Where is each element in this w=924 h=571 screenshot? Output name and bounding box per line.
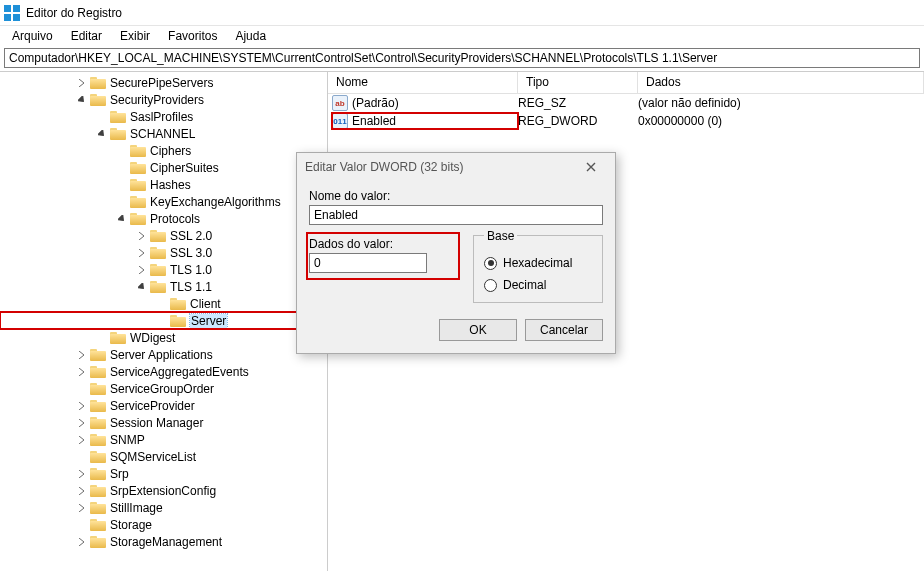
menu-favorites[interactable]: Favoritos <box>160 27 225 45</box>
chevron-down-icon[interactable] <box>96 128 108 140</box>
chevron-right-icon[interactable] <box>76 77 88 89</box>
radio-hex-icon[interactable] <box>484 257 497 270</box>
tree-label: Ciphers <box>150 144 191 158</box>
value-data-input[interactable] <box>309 253 427 273</box>
tree-panel[interactable]: SecurePipeServers SecurityProviders Sasl… <box>0 72 328 571</box>
radio-hex[interactable]: Hexadecimal <box>484 254 592 272</box>
tree-item[interactable]: SCHANNEL <box>0 125 327 142</box>
tree-item[interactable]: Client <box>0 295 327 312</box>
window-title: Editor do Registro <box>26 6 122 20</box>
folder-icon <box>110 332 126 344</box>
menu-file[interactable]: Arquivo <box>4 27 61 45</box>
tree-label: ServiceGroupOrder <box>110 382 214 396</box>
tree-item[interactable]: ServiceProvider <box>0 397 327 414</box>
folder-icon <box>130 213 146 225</box>
folder-icon <box>90 502 106 514</box>
tree-label: Client <box>190 297 221 311</box>
chevron-right-icon[interactable] <box>76 349 88 361</box>
chevron-right-icon[interactable] <box>76 536 88 548</box>
folder-icon <box>90 366 106 378</box>
menu-edit[interactable]: Editar <box>63 27 110 45</box>
name-label: Nome do valor: <box>309 189 603 203</box>
chevron-right-icon[interactable] <box>136 230 148 242</box>
tree-item[interactable]: ServiceAggregatedEvents <box>0 363 327 380</box>
data-value-group: Dados do valor: <box>309 235 457 277</box>
tree-item[interactable]: WDigest <box>0 329 327 346</box>
tree-item[interactable]: SQMServiceList <box>0 448 327 465</box>
tree-item[interactable]: TLS 1.0 <box>0 261 327 278</box>
chevron-right-icon[interactable] <box>136 247 148 259</box>
folder-icon <box>90 451 106 463</box>
folder-icon <box>90 536 106 548</box>
tree-item[interactable]: SecurityProviders <box>0 91 327 108</box>
folder-icon <box>170 298 186 310</box>
tree-item[interactable]: Protocols <box>0 210 327 227</box>
chevron-right-icon[interactable] <box>76 502 88 514</box>
list-row-enabled[interactable]: 011 Enabled REG_DWORD 0x00000000 (0) <box>328 112 924 130</box>
tree-item[interactable]: Storage <box>0 516 327 533</box>
base-legend: Base <box>484 229 517 243</box>
tree-item[interactable]: SrpExtensionConfig <box>0 482 327 499</box>
chevron-right-icon[interactable] <box>76 400 88 412</box>
col-data[interactable]: Dados <box>638 72 924 93</box>
tree-item[interactable]: SNMP <box>0 431 327 448</box>
value-name-input[interactable] <box>309 205 603 225</box>
tree-item[interactable]: StillImage <box>0 499 327 516</box>
cancel-button[interactable]: Cancelar <box>525 319 603 341</box>
chevron-right-icon[interactable] <box>76 485 88 497</box>
folder-icon <box>150 281 166 293</box>
chevron-down-icon[interactable] <box>116 213 128 225</box>
tree-item-server[interactable]: Server <box>0 312 327 329</box>
tree-label: SCHANNEL <box>130 127 195 141</box>
chevron-down-icon[interactable] <box>76 94 88 106</box>
tree-item[interactable]: Srp <box>0 465 327 482</box>
menu-help[interactable]: Ajuda <box>227 27 274 45</box>
radio-hex-label: Hexadecimal <box>503 256 572 270</box>
folder-icon <box>110 128 126 140</box>
col-name[interactable]: Nome <box>328 72 518 93</box>
tree-label: StillImage <box>110 501 163 515</box>
address-bar[interactable]: Computador\HKEY_LOCAL_MACHINE\SYSTEM\Cur… <box>4 48 920 68</box>
tree-label: Server Applications <box>110 348 213 362</box>
chevron-right-icon[interactable] <box>76 468 88 480</box>
folder-icon <box>130 145 146 157</box>
radio-dec[interactable]: Decimal <box>484 276 592 294</box>
folder-icon <box>90 468 106 480</box>
folder-icon <box>90 519 106 531</box>
tree-item[interactable]: SaslProfiles <box>0 108 327 125</box>
close-icon[interactable] <box>575 157 607 177</box>
chevron-down-icon[interactable] <box>136 281 148 293</box>
menu-view[interactable]: Exibir <box>112 27 158 45</box>
tree-item[interactable]: SSL 3.0 <box>0 244 327 261</box>
tree-item[interactable]: CipherSuites <box>0 159 327 176</box>
folder-icon <box>110 111 126 123</box>
value-type: REG_DWORD <box>518 114 638 128</box>
col-type[interactable]: Tipo <box>518 72 638 93</box>
tree-item[interactable]: TLS 1.1 <box>0 278 327 295</box>
dialog-titlebar[interactable]: Editar Valor DWORD (32 bits) <box>297 153 615 181</box>
tree-label: SecurePipeServers <box>110 76 213 90</box>
dialog-title: Editar Valor DWORD (32 bits) <box>305 160 463 174</box>
tree-item[interactable]: Hashes <box>0 176 327 193</box>
tree-item[interactable]: Server Applications <box>0 346 327 363</box>
dword-value-icon: 011 <box>332 113 348 129</box>
tree-item[interactable]: KeyExchangeAlgorithms <box>0 193 327 210</box>
tree-item[interactable]: Session Manager <box>0 414 327 431</box>
tree-item[interactable]: ServiceGroupOrder <box>0 380 327 397</box>
chevron-right-icon[interactable] <box>76 434 88 446</box>
folder-icon <box>150 264 166 276</box>
folder-icon <box>90 434 106 446</box>
tree-item[interactable]: SecurePipeServers <box>0 74 327 91</box>
tree-item[interactable]: SSL 2.0 <box>0 227 327 244</box>
chevron-right-icon[interactable] <box>76 417 88 429</box>
tree-label: Session Manager <box>110 416 203 430</box>
radio-dec-icon[interactable] <box>484 279 497 292</box>
chevron-right-icon[interactable] <box>76 366 88 378</box>
tree-item[interactable]: Ciphers <box>0 142 327 159</box>
tree-item[interactable]: StorageManagement <box>0 533 327 550</box>
list-row[interactable]: ab (Padrão) REG_SZ (valor não definido) <box>328 94 924 112</box>
chevron-right-icon[interactable] <box>136 264 148 276</box>
ok-button[interactable]: OK <box>439 319 517 341</box>
tree-label: Protocols <box>150 212 200 226</box>
value-data: 0x00000000 (0) <box>638 114 924 128</box>
